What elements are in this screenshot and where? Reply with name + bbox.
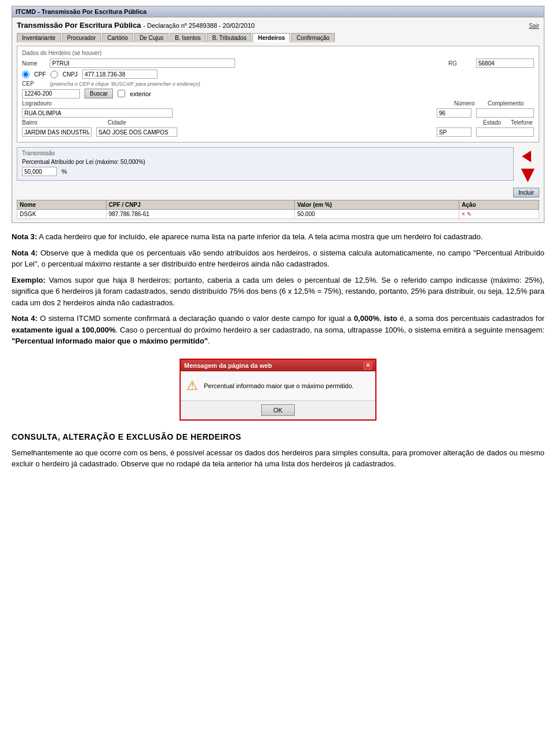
- arrows-container: ▼: [516, 145, 539, 185]
- telefone-input[interactable]: [476, 127, 534, 137]
- nota3-text: A cada herdeiro que for incluído, ele ap…: [39, 232, 483, 241]
- cell-acao[interactable]: × ✎: [459, 210, 539, 219]
- numero-label: Número: [454, 100, 483, 107]
- complemento-input[interactable]: [476, 108, 534, 118]
- rg-input[interactable]: [476, 59, 534, 68]
- text-content: Nota 3: A cada herdeiro que for incluído…: [12, 231, 544, 347]
- percentual-label: Percentual Atribuído por Lei (máximo: 50…: [22, 159, 145, 165]
- col-nome: Nome: [17, 200, 107, 210]
- col-valor: Valor (em %): [295, 200, 459, 210]
- logradouro-labels-row: Logradouro Número Complemento: [22, 100, 534, 107]
- ui-body: Transmissão Por Escritura Pública - Decl…: [12, 17, 544, 222]
- dialog-close-button[interactable]: ✕: [364, 361, 372, 370]
- dados-herdeiro-section: Dados do Herdeiro (se houver) Nome RG CP…: [17, 46, 539, 143]
- exemplo-paragraph: Exemplo: Vamos supor que haja 8 herdeiro…: [12, 275, 544, 309]
- cpf-input[interactable]: [82, 70, 158, 79]
- bairro-input[interactable]: [22, 127, 92, 137]
- incluir-button[interactable]: Incluir: [513, 188, 539, 198]
- tab-procurador[interactable]: Procurador: [62, 33, 101, 42]
- herdeiros-table: Nome CPF / CNPJ Valor (em %) Ação DSGK 9…: [17, 200, 539, 219]
- incluir-row: Incluir: [17, 188, 539, 198]
- logradouro-input[interactable]: [22, 108, 173, 118]
- final-text-section: Semelhantemente ao que ocorre com os ben…: [12, 447, 544, 470]
- ui-screenshot-panel: ITCMD - Transmissão Por Escritura Públic…: [12, 6, 544, 223]
- col-cpf: CPF / CNPJ: [106, 200, 294, 210]
- cep-input[interactable]: [22, 89, 80, 98]
- nota4b-label: Nota 4:: [12, 314, 38, 323]
- nota4-label: Nota 4:: [12, 249, 38, 257]
- dialog-box: Mensagem da página da web ✕ ⚠ Percentual…: [180, 359, 376, 421]
- cnpj-radio-label: CNPJ: [63, 71, 78, 78]
- telefone-label: Telefone: [511, 119, 534, 126]
- exemplo-label: Exemplo:: [12, 276, 46, 284]
- cidade-label: Cidade: [108, 119, 131, 126]
- bairro-labels-row: Bairro Cidade Estado Telefone: [22, 119, 534, 126]
- dialog-ok-button[interactable]: OK: [261, 404, 295, 416]
- dialog-container: Mensagem da página da web ✕ ⚠ Percentual…: [12, 359, 544, 421]
- nota3-label: Nota 3:: [12, 232, 37, 241]
- ui-titlebar: ITCMD - Transmissão Por Escritura Públic…: [12, 6, 544, 17]
- nota4b-mid2: é, a soma dos percentuais cadastrados fo…: [397, 314, 544, 323]
- nota4b-end: . Caso o percentual do próximo herdeiro …: [116, 326, 545, 334]
- percent-sign: %: [61, 168, 67, 175]
- tab-btributados[interactable]: B. Tributados: [207, 33, 251, 42]
- transmissao-section: Transmissão Percentual Atribuído por Lei…: [17, 147, 514, 181]
- cpf-radio[interactable]: [22, 71, 30, 78]
- section-title: Dados do Herdeiro (se houver): [22, 50, 534, 56]
- complemento-label: Complemento: [488, 100, 534, 107]
- nome-rg-row: Nome RG: [22, 59, 534, 68]
- dialog-footer: OK: [181, 400, 375, 419]
- page-wrapper: ITCMD - Transmissão Por Escritura Públic…: [0, 0, 556, 481]
- table-row: DSGK 987.786.786-61 50.000 × ✎: [17, 210, 539, 219]
- tab-herdeiros[interactable]: Herdeiros: [253, 33, 290, 42]
- tab-inventariante[interactable]: Inventariante: [17, 33, 61, 42]
- logradouro-inputs-row: [22, 108, 534, 118]
- col-acao: Ação: [459, 200, 539, 210]
- cidade-input[interactable]: [96, 127, 177, 137]
- dialog-message: Percentual informado maior que o máximo …: [204, 382, 354, 389]
- exterior-checkbox[interactable]: [118, 90, 125, 97]
- nome-label: Nome: [22, 60, 45, 67]
- numero-input[interactable]: [437, 108, 471, 118]
- cell-nome: DSGK: [17, 210, 107, 219]
- percentual-input[interactable]: [22, 167, 57, 176]
- bairro-label: Bairro: [22, 119, 45, 126]
- cpf-row: CPF CNPJ: [22, 70, 534, 79]
- nota4b-isto: isto: [384, 314, 397, 323]
- tab-decujus[interactable]: De Cujus: [134, 33, 169, 42]
- tab-bisentos[interactable]: B. Isentos: [170, 33, 206, 42]
- cep-row: CEP (preencha o CEP e clique 'BUSCAR' pa…: [22, 81, 534, 87]
- cpf-radio-label: CPF: [34, 71, 46, 78]
- table-header-row: Nome CPF / CNPJ Valor (em %) Ação: [17, 200, 539, 210]
- logradouro-label: Logradouro: [22, 100, 52, 107]
- tab-cartorio[interactable]: Cartório: [102, 33, 133, 42]
- arrow-down-icon: ▼: [516, 162, 539, 185]
- estado-input[interactable]: [437, 127, 471, 137]
- final-text: Semelhantemente ao que ocorre com os ben…: [12, 447, 544, 470]
- ui-title: ITCMD - Transmissão Por Escritura Públic…: [16, 8, 147, 15]
- tabs-container: Inventariante Procurador Cartório De Cuj…: [17, 33, 539, 42]
- exterior-label: exterior: [130, 90, 151, 97]
- nota4b-100: 100,000%: [79, 326, 116, 334]
- nota3-paragraph: Nota 3: A cada herdeiro que for incluído…: [12, 231, 544, 243]
- cell-cpf: 987.786.786-61: [106, 210, 294, 219]
- cnpj-radio[interactable]: [50, 71, 58, 78]
- cep-hint: (preencha o CEP e clique 'BUSCAR' para p…: [50, 81, 200, 87]
- nome-input[interactable]: [50, 59, 235, 68]
- sair-button[interactable]: Sair: [529, 23, 539, 29]
- cpf-cnpj-radio-group: CPF CNPJ: [22, 71, 78, 78]
- percentual-row: Percentual Atribuído por Lei (máximo: 50…: [22, 159, 509, 165]
- cep-input-row: Buscar exterior: [22, 89, 534, 98]
- cep-label: CEP: [22, 81, 45, 87]
- bairro-inputs-row: [22, 127, 534, 137]
- rg-label: RG: [448, 60, 471, 67]
- dialog-body: ⚠ Percentual informado maior que o máxim…: [181, 371, 375, 400]
- tab-confirmacao[interactable]: Confirmação: [291, 33, 335, 42]
- nota4b-intro: O sistema ITCMD somente confirmará a dec…: [40, 314, 354, 323]
- nota4b-mid: ,: [379, 314, 384, 323]
- nota4b-msg: "Percentual informado maior que o máximo…: [12, 337, 208, 345]
- dialog-title: Mensagem da página da web: [184, 362, 272, 369]
- nota4b-paragraph: Nota 4: O sistema ITCMD somente confirma…: [12, 313, 544, 347]
- buscar-button[interactable]: Buscar: [85, 89, 113, 98]
- nota4-text: Observe que à medida que os percentuais …: [12, 249, 544, 269]
